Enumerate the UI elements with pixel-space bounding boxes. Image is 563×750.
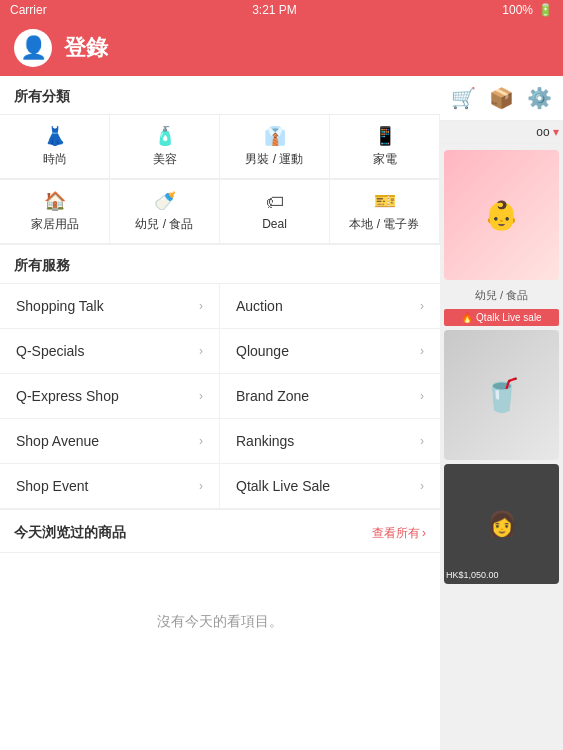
promo-image-3: 👩 HK$1,050.00: [444, 464, 559, 584]
service-item-q-specials[interactable]: Q-Specials ›: [0, 329, 220, 374]
recent-view-all[interactable]: 查看所有 ›: [372, 525, 426, 542]
time-label: 3:21 PM: [252, 3, 297, 17]
category-label-electronics: 家電: [373, 151, 397, 168]
recent-section: 今天浏览过的商品 查看所有 › 沒有今天的看項目。: [0, 510, 440, 691]
service-label-shopping-talk: Shopping Talk: [16, 298, 104, 314]
service-item-brand-zone[interactable]: Brand Zone ›: [220, 374, 440, 419]
header: 👤 登錄: [0, 20, 563, 76]
tab-bar-spacer: [0, 691, 440, 750]
service-label-auction: Auction: [236, 298, 283, 314]
service-label-brand-zone: Brand Zone: [236, 388, 309, 404]
electronics-icon: 📱: [374, 125, 396, 147]
service-label-shop-event: Shop Event: [16, 478, 88, 494]
service-item-shop-avenue[interactable]: Shop Avenue ›: [0, 419, 220, 464]
service-item-shop-event[interactable]: Shop Event ›: [0, 464, 220, 509]
battery-icon: 🔋: [538, 3, 553, 17]
services-section-title: 所有服務: [0, 245, 440, 284]
amount-value: oo: [536, 125, 549, 139]
chevron-icon-shop-avenue: ›: [199, 434, 203, 448]
avatar-icon: 👤: [20, 35, 47, 61]
promo-label-1: 幼兒 / 食品: [440, 286, 563, 305]
avatar[interactable]: 👤: [14, 29, 52, 67]
category-item-beauty[interactable]: 🧴 美容: [110, 115, 220, 179]
service-item-rankings[interactable]: Rankings ›: [220, 419, 440, 464]
sale-banner: 🔥 Qtalk Live sale: [444, 309, 559, 326]
category-item-electronics[interactable]: 📱 家電: [330, 115, 440, 179]
category-label-voucher: 本地 / 電子券: [349, 216, 419, 233]
category-label-beauty: 美容: [153, 151, 177, 168]
chevron-icon-shopping-talk: ›: [199, 299, 203, 313]
promo-price: HK$1,050.00: [446, 570, 499, 580]
fashion-icon: 👗: [44, 125, 66, 147]
promo-image-2: 🥤: [444, 330, 559, 460]
categories-section-title: 所有分類: [0, 76, 440, 115]
recent-header: 今天浏览过的商品 查看所有 ›: [0, 510, 440, 553]
left-panel: 所有分類 👗 時尚 🧴 美容 👔 男裝 / 運動 📱 家電 🏠 家居用品: [0, 76, 440, 750]
battery-label: 100%: [502, 3, 533, 17]
services-section: 所有服務 Shopping Talk › Auction › Q-Special…: [0, 245, 440, 510]
box-icon[interactable]: 📦: [489, 86, 514, 110]
service-label-rankings: Rankings: [236, 433, 294, 449]
baby-icon: 🍼: [154, 190, 176, 212]
service-label-qlounge: Qlounge: [236, 343, 289, 359]
category-label-baby: 幼兒 / 食品: [135, 216, 193, 233]
chevron-icon-qlounge: ›: [420, 344, 424, 358]
chevron-icon-q-specials: ›: [199, 344, 203, 358]
status-bar: Carrier 3:21 PM 100% 🔋: [0, 0, 563, 20]
category-label-menswear: 男裝 / 運動: [245, 151, 303, 168]
settings-icon[interactable]: ⚙️: [527, 86, 552, 110]
main-layout: 所有分類 👗 時尚 🧴 美容 👔 男裝 / 運動 📱 家電 🏠 家居用品: [0, 76, 563, 750]
chevron-icon-rankings: ›: [420, 434, 424, 448]
deal-icon: 🏷: [266, 192, 284, 213]
recent-title: 今天浏览过的商品: [14, 524, 126, 542]
category-label-home: 家居用品: [31, 216, 79, 233]
category-item-home[interactable]: 🏠 家居用品: [0, 180, 110, 244]
service-item-qtalk-live-sale[interactable]: Qtalk Live Sale ›: [220, 464, 440, 509]
service-item-qlounge[interactable]: Qlounge ›: [220, 329, 440, 374]
service-label-q-specials: Q-Specials: [16, 343, 84, 359]
service-label-shop-avenue: Shop Avenue: [16, 433, 99, 449]
chevron-icon-brand-zone: ›: [420, 389, 424, 403]
amount-row: oo ▾: [440, 121, 563, 144]
category-item-baby[interactable]: 🍼 幼兒 / 食品: [110, 180, 220, 244]
carrier-label: Carrier: [10, 3, 47, 17]
amount-dropdown-icon[interactable]: ▾: [553, 125, 559, 139]
category-item-deal[interactable]: 🏷 Deal: [220, 180, 330, 244]
status-bar-right: 100% 🔋: [502, 3, 553, 17]
right-panel: 🛒 📦 ⚙️ oo ▾ 👶 幼兒 / 食品 🔥 Qtalk Live sale …: [440, 76, 563, 750]
chevron-icon-shop-event: ›: [199, 479, 203, 493]
home-icon: 🏠: [44, 190, 66, 212]
category-label-fashion: 時尚: [43, 151, 67, 168]
category-item-fashion[interactable]: 👗 時尚: [0, 115, 110, 179]
services-grid: Shopping Talk › Auction › Q-Specials › Q…: [0, 284, 440, 509]
chevron-icon-auction: ›: [420, 299, 424, 313]
service-label-qtalk-live-sale: Qtalk Live Sale: [236, 478, 330, 494]
category-item-menswear[interactable]: 👔 男裝 / 運動: [220, 115, 330, 179]
cart-icon[interactable]: 🛒: [451, 86, 476, 110]
recent-empty: 沒有今天的看項目。: [0, 553, 440, 691]
header-title: 登錄: [64, 33, 108, 63]
chevron-icon-q-express-shop: ›: [199, 389, 203, 403]
recent-empty-text: 沒有今天的看項目。: [157, 613, 283, 629]
recent-view-all-label: 查看所有: [372, 525, 420, 542]
beauty-icon: 🧴: [154, 125, 176, 147]
service-item-q-express-shop[interactable]: Q-Express Shop ›: [0, 374, 220, 419]
categories-grid-bottom: 🏠 家居用品 🍼 幼兒 / 食品 🏷 Deal 🎫 本地 / 電子券: [0, 180, 440, 245]
service-label-q-express-shop: Q-Express Shop: [16, 388, 119, 404]
menswear-icon: 👔: [264, 125, 286, 147]
category-label-deal: Deal: [262, 217, 287, 231]
service-item-shopping-talk[interactable]: Shopping Talk ›: [0, 284, 220, 329]
chevron-icon-qtalk-live-sale: ›: [420, 479, 424, 493]
category-item-voucher[interactable]: 🎫 本地 / 電子券: [330, 180, 440, 244]
voucher-icon: 🎫: [374, 190, 396, 212]
sale-banner-label: 🔥 Qtalk Live sale: [461, 312, 541, 323]
right-top-icons: 🛒 📦 ⚙️: [440, 76, 563, 121]
recent-chevron-icon: ›: [422, 526, 426, 540]
service-item-auction[interactable]: Auction ›: [220, 284, 440, 329]
categories-grid-top: 👗 時尚 🧴 美容 👔 男裝 / 運動 📱 家電: [0, 115, 440, 180]
promo-image-1: 👶: [444, 150, 559, 280]
